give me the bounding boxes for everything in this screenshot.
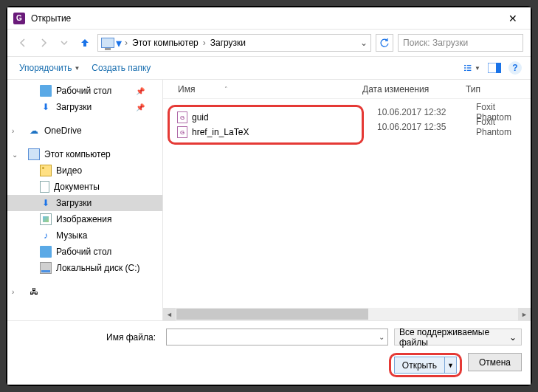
open-split-button[interactable]: ▼ xyxy=(445,357,457,374)
sidebar: Рабочий стол📌 ⬇Загрузки📌 ›☁OneDrive ⌄Это… xyxy=(7,80,162,320)
svg-rect-3 xyxy=(467,67,471,68)
refresh-button[interactable] xyxy=(376,34,393,52)
svg-rect-4 xyxy=(464,70,466,71)
search-input[interactable]: Поиск: Загрузки xyxy=(398,34,523,52)
pc-icon xyxy=(101,38,114,48)
breadcrumb[interactable]: ▾ › Этот компьютер › Загрузки ⌄ xyxy=(97,34,371,52)
filename-label: Имя файла: xyxy=(16,332,160,343)
desktop-icon xyxy=(40,246,52,258)
nav-up-button[interactable] xyxy=(77,35,93,51)
column-date[interactable]: Дата изменения xyxy=(362,84,466,94)
document-icon xyxy=(40,181,49,193)
file-type-filter[interactable]: Все поддерживаемые файлы⌄ xyxy=(394,329,522,345)
pin-icon: 📌 xyxy=(136,103,145,111)
pictures-icon xyxy=(40,213,52,225)
new-folder-button[interactable]: Создать папку xyxy=(89,63,154,73)
annotation-highlight: Gguid Ghref_in_LaTeX xyxy=(168,105,364,145)
sidebar-item-downloads[interactable]: ⬇Загрузки xyxy=(7,195,162,211)
chevron-right-icon: › xyxy=(12,127,14,135)
svg-rect-2 xyxy=(464,67,466,68)
close-button[interactable]: ✕ xyxy=(501,13,525,24)
chevron-right-icon: › xyxy=(203,38,206,48)
body: Рабочий стол📌 ⬇Загрузки📌 ›☁OneDrive ⌄Это… xyxy=(7,80,531,320)
nav-history-button[interactable] xyxy=(56,35,72,51)
horizontal-scrollbar[interactable]: ◄ ► xyxy=(163,308,531,320)
column-headers: Имя˄ Дата изменения Тип xyxy=(163,80,531,99)
bottom-panel: Имя файла: ⌄ Все поддерживаемые файлы⌄ О… xyxy=(7,320,531,385)
download-icon: ⬇ xyxy=(40,197,52,209)
file-type: Foxit Phantom xyxy=(476,117,531,137)
app-icon: G xyxy=(13,13,25,24)
toolbar: Упорядочить ▼ Создать папку ▼ ? xyxy=(7,56,531,80)
search-placeholder: Поиск: Загрузки xyxy=(403,38,468,48)
file-row-meta: 10.06.2017 12:35 Foxit Phantom xyxy=(377,120,531,134)
file-date: 10.06.2017 12:35 xyxy=(377,122,476,132)
file-list: Gguid Ghref_in_LaTeX 10.06.2017 12:32 Fo… xyxy=(163,99,531,308)
nav-forward-button[interactable] xyxy=(35,35,52,51)
help-button[interactable]: ? xyxy=(508,61,522,75)
open-button[interactable]: Открыть xyxy=(394,357,445,374)
window-title: Открытие xyxy=(31,13,501,24)
filename-input[interactable]: ⌄ xyxy=(166,329,388,345)
column-name[interactable]: Имя˄ xyxy=(163,84,362,94)
svg-rect-0 xyxy=(464,65,466,66)
navbar: ▾ › Этот компьютер › Загрузки ⌄ Поиск: З… xyxy=(7,30,531,56)
sort-indicator-icon: ˄ xyxy=(224,86,228,93)
annotation-highlight: Открыть ▼ xyxy=(389,353,462,377)
file-date: 10.06.2017 12:32 xyxy=(377,107,476,117)
chevron-down-icon: ⌄ xyxy=(379,333,384,341)
file-row[interactable]: Gguid xyxy=(174,110,357,125)
sidebar-item-truncated[interactable]: ›🖧 xyxy=(7,283,162,300)
svg-rect-7 xyxy=(496,63,501,73)
nav-back-button[interactable] xyxy=(15,35,31,51)
scroll-left-button[interactable]: ◄ xyxy=(163,308,176,320)
pin-icon: 📌 xyxy=(136,87,145,95)
down-arrow-icon: ▾ xyxy=(116,36,122,50)
file-pane: Имя˄ Дата изменения Тип Gguid Ghref_in_L… xyxy=(163,80,531,320)
pdf-icon: G xyxy=(177,126,187,138)
sidebar-item-downloads-quick[interactable]: ⬇Загрузки📌 xyxy=(7,99,162,115)
titlebar: G Открытие ✕ xyxy=(7,7,531,30)
sidebar-item-music[interactable]: ♪Музыка xyxy=(7,227,162,244)
scroll-right-button[interactable]: ► xyxy=(518,308,531,320)
download-icon: ⬇ xyxy=(40,101,52,113)
sidebar-item-thispc[interactable]: ⌄Этот компьютер xyxy=(7,146,162,162)
preview-pane-button[interactable] xyxy=(486,60,503,76)
sidebar-item-desktop-quick[interactable]: Рабочий стол📌 xyxy=(7,83,162,99)
pc-icon xyxy=(28,148,40,160)
open-file-dialog: G Открытие ✕ ▾ › Этот компьютер › Загруз… xyxy=(7,7,531,385)
sidebar-item-disk-c[interactable]: Локальный диск (C:) xyxy=(7,260,162,276)
breadcrumb-folder[interactable]: Загрузки xyxy=(209,38,247,48)
sidebar-item-pictures[interactable]: Изображения xyxy=(7,211,162,227)
video-icon xyxy=(40,165,52,176)
cloud-icon: ☁ xyxy=(28,125,40,137)
music-icon: ♪ xyxy=(40,230,52,241)
organize-button[interactable]: Упорядочить ▼ xyxy=(16,63,83,73)
column-type[interactable]: Тип xyxy=(466,84,531,94)
breadcrumb-pc[interactable]: Этот компьютер xyxy=(131,38,200,48)
cancel-button[interactable]: Отмена xyxy=(468,353,522,371)
scroll-thumb[interactable] xyxy=(176,309,368,320)
sidebar-item-documents[interactable]: Документы xyxy=(7,179,162,195)
sidebar-item-onedrive[interactable]: ›☁OneDrive xyxy=(7,123,162,139)
view-options-button[interactable]: ▼ xyxy=(464,60,480,76)
sidebar-item-desktop[interactable]: Рабочий стол xyxy=(7,244,162,260)
chevron-right-icon: › xyxy=(125,38,128,48)
file-name: guid xyxy=(192,112,209,123)
chevron-down-icon: ⌄ xyxy=(509,332,517,343)
chevron-down-icon[interactable]: ⌄ xyxy=(360,38,368,48)
disk-icon xyxy=(40,262,52,274)
sidebar-item-video[interactable]: Видео xyxy=(7,162,162,179)
network-icon: 🖧 xyxy=(28,286,40,298)
chevron-right-icon: › xyxy=(12,288,14,296)
file-name: href_in_LaTeX xyxy=(192,127,249,137)
file-row[interactable]: Ghref_in_LaTeX xyxy=(174,125,357,140)
pdf-icon: G xyxy=(177,111,187,123)
chevron-down-icon: ⌄ xyxy=(12,151,18,159)
svg-rect-1 xyxy=(467,65,471,66)
svg-rect-5 xyxy=(467,70,471,71)
desktop-icon xyxy=(40,85,52,97)
